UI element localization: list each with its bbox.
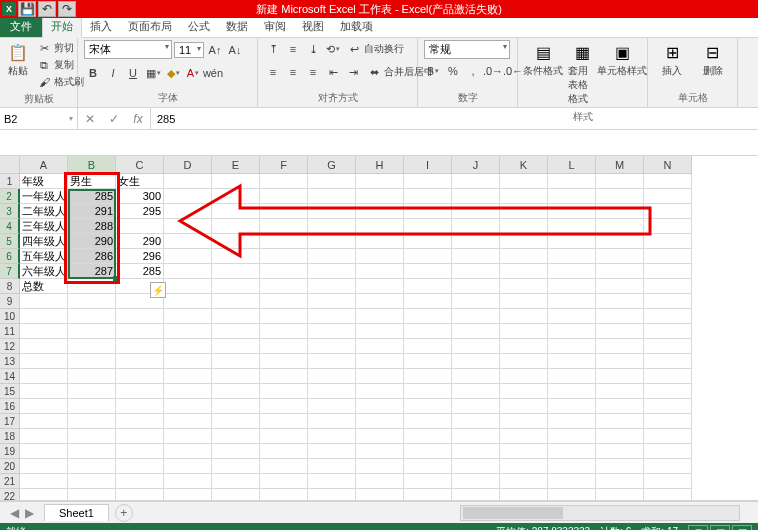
cell-A12[interactable] xyxy=(20,339,68,354)
cell-L15[interactable] xyxy=(548,384,596,399)
row-header-16[interactable]: 16 xyxy=(0,399,20,414)
cell-E11[interactable] xyxy=(212,324,260,339)
cell-H8[interactable] xyxy=(356,279,404,294)
name-box[interactable]: B2 xyxy=(0,108,78,129)
align-center-button[interactable]: ≡ xyxy=(284,63,302,81)
cell-I5[interactable] xyxy=(404,234,452,249)
cell-I7[interactable] xyxy=(404,264,452,279)
cell-C2[interactable]: 300 xyxy=(116,189,164,204)
cell-L2[interactable] xyxy=(548,189,596,204)
cell-E8[interactable] xyxy=(212,279,260,294)
cell-J19[interactable] xyxy=(452,444,500,459)
cell-G20[interactable] xyxy=(308,459,356,474)
align-right-button[interactable]: ≡ xyxy=(304,63,322,81)
accounting-format-button[interactable]: $ xyxy=(424,62,442,80)
qat-save-button[interactable]: 💾 xyxy=(18,1,36,17)
cell-D1[interactable] xyxy=(164,174,212,189)
cell-J14[interactable] xyxy=(452,369,500,384)
cell-I9[interactable] xyxy=(404,294,452,309)
row-header-15[interactable]: 15 xyxy=(0,384,20,399)
sheet-nav-next-icon[interactable]: ▶ xyxy=(25,506,34,520)
phonetic-button[interactable]: wén xyxy=(204,64,222,82)
cell-D7[interactable] xyxy=(164,264,212,279)
cell-G13[interactable] xyxy=(308,354,356,369)
cell-F3[interactable] xyxy=(260,204,308,219)
cell-G4[interactable] xyxy=(308,219,356,234)
col-header-L[interactable]: L xyxy=(548,156,596,174)
cell-D8[interactable] xyxy=(164,279,212,294)
cell-L3[interactable] xyxy=(548,204,596,219)
cell-I10[interactable] xyxy=(404,309,452,324)
col-header-B[interactable]: B xyxy=(68,156,116,174)
cell-N4[interactable] xyxy=(644,219,692,234)
cell-K14[interactable] xyxy=(500,369,548,384)
cell-A8[interactable]: 总数 xyxy=(20,279,68,294)
cell-J1[interactable] xyxy=(452,174,500,189)
cell-I14[interactable] xyxy=(404,369,452,384)
cell-M5[interactable] xyxy=(596,234,644,249)
cell-B19[interactable] xyxy=(68,444,116,459)
cell-B13[interactable] xyxy=(68,354,116,369)
cell-B2[interactable]: 285 xyxy=(68,189,116,204)
cell-L17[interactable] xyxy=(548,414,596,429)
cell-G10[interactable] xyxy=(308,309,356,324)
cell-H12[interactable] xyxy=(356,339,404,354)
cell-K16[interactable] xyxy=(500,399,548,414)
cell-J12[interactable] xyxy=(452,339,500,354)
row-header-5[interactable]: 5 xyxy=(0,234,20,249)
cell-A21[interactable] xyxy=(20,474,68,489)
cell-D17[interactable] xyxy=(164,414,212,429)
border-button[interactable]: ▦ xyxy=(144,64,162,82)
sheet-nav-prev-icon[interactable]: ◀ xyxy=(10,506,19,520)
col-header-A[interactable]: A xyxy=(20,156,68,174)
cell-B10[interactable] xyxy=(68,309,116,324)
cell-J2[interactable] xyxy=(452,189,500,204)
cell-K4[interactable] xyxy=(500,219,548,234)
cell-J6[interactable] xyxy=(452,249,500,264)
cell-G9[interactable] xyxy=(308,294,356,309)
cell-F6[interactable] xyxy=(260,249,308,264)
cell-D4[interactable] xyxy=(164,219,212,234)
cell-I1[interactable] xyxy=(404,174,452,189)
cell-F16[interactable] xyxy=(260,399,308,414)
decrease-font-button[interactable]: A↓ xyxy=(226,41,244,59)
row-header-12[interactable]: 12 xyxy=(0,339,20,354)
cell-B7[interactable]: 287 xyxy=(68,264,116,279)
cell-I16[interactable] xyxy=(404,399,452,414)
cell-B22[interactable] xyxy=(68,489,116,501)
col-header-D[interactable]: D xyxy=(164,156,212,174)
cell-N6[interactable] xyxy=(644,249,692,264)
cell-F17[interactable] xyxy=(260,414,308,429)
cell-M3[interactable] xyxy=(596,204,644,219)
cell-M9[interactable] xyxy=(596,294,644,309)
cell-L10[interactable] xyxy=(548,309,596,324)
cell-A22[interactable] xyxy=(20,489,68,501)
cell-C19[interactable] xyxy=(116,444,164,459)
cell-C20[interactable] xyxy=(116,459,164,474)
cell-E16[interactable] xyxy=(212,399,260,414)
cell-L18[interactable] xyxy=(548,429,596,444)
row-header-21[interactable]: 21 xyxy=(0,474,20,489)
cell-J3[interactable] xyxy=(452,204,500,219)
cell-M6[interactable] xyxy=(596,249,644,264)
cell-I12[interactable] xyxy=(404,339,452,354)
cell-B3[interactable]: 291 xyxy=(68,204,116,219)
cell-I15[interactable] xyxy=(404,384,452,399)
horizontal-scrollbar[interactable] xyxy=(460,505,740,521)
cell-G11[interactable] xyxy=(308,324,356,339)
cell-J5[interactable] xyxy=(452,234,500,249)
quick-analysis-button[interactable]: ⚡ xyxy=(150,282,166,298)
cell-K12[interactable] xyxy=(500,339,548,354)
cell-C18[interactable] xyxy=(116,429,164,444)
cell-K1[interactable] xyxy=(500,174,548,189)
cell-N5[interactable] xyxy=(644,234,692,249)
cell-B17[interactable] xyxy=(68,414,116,429)
cell-H5[interactable] xyxy=(356,234,404,249)
cell-K18[interactable] xyxy=(500,429,548,444)
cell-E12[interactable] xyxy=(212,339,260,354)
cell-D12[interactable] xyxy=(164,339,212,354)
font-name-combo[interactable]: 宋体 xyxy=(84,40,172,59)
cell-C21[interactable] xyxy=(116,474,164,489)
cell-A7[interactable]: 六年级人数 xyxy=(20,264,68,279)
col-header-I[interactable]: I xyxy=(404,156,452,174)
